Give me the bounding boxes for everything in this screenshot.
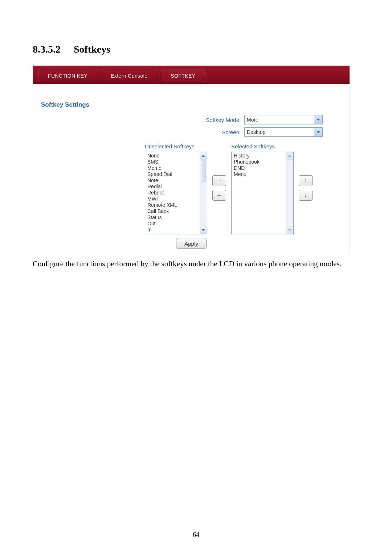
heading-number: 8.3.5.2 [33,44,61,55]
list-item[interactable]: DND [232,165,286,171]
list-item[interactable]: Status [146,214,200,221]
scrollbar [286,152,293,234]
tab-bar: FUNCTION KEY Extern Console SOFTKEY [33,66,350,82]
list-item[interactable]: Call Back [146,208,200,214]
list-item[interactable]: Out [146,221,200,227]
chevron-down-icon [314,128,322,136]
list-item[interactable]: Menu [232,171,286,177]
label-screen: Screen [41,129,244,135]
list-item[interactable]: History [232,153,286,159]
list-item[interactable]: Reboot [146,190,200,196]
tab-function-key[interactable]: FUNCTION KEY [38,69,97,82]
select-screen-value: Desktop [247,129,265,135]
listbox-selected[interactable]: History Phonebook DND Menu [231,152,294,234]
softkey-panel: FUNCTION KEY Extern Console SOFTKEY Soft… [33,65,350,254]
move-down-button[interactable]: ↓ [299,190,313,201]
list-item[interactable]: None [146,153,200,159]
chevron-down-icon [314,115,322,124]
move-up-button[interactable]: ↑ [299,175,313,186]
heading-title: Softkeys [74,44,110,55]
move-left-button[interactable]: ← [212,190,226,201]
list-item[interactable]: Memo [146,165,200,171]
list-item[interactable]: Speed Dial [146,171,200,177]
scroll-down-icon [286,226,293,234]
list-item[interactable]: Note [146,177,200,184]
select-softkey-mode[interactable]: More [244,115,323,124]
list-item[interactable]: SMS [146,159,200,165]
list-item[interactable]: MWI [146,196,200,202]
move-right-button[interactable]: → [212,175,226,186]
scroll-up-icon [286,152,293,160]
label-selected-softkeys: Selected Softkeys [231,143,294,149]
scrollbar[interactable] [200,152,207,234]
scroll-down-icon[interactable] [200,226,207,234]
section-heading: 8.3.5.2Softkeys [33,44,359,55]
select-softkey-mode-value: More [247,117,258,123]
tab-softkey[interactable]: SOFTKEY [161,69,205,82]
listbox-unselected[interactable]: None SMS Memo Speed Dial Note Redial Reb… [145,152,207,234]
scroll-track [286,160,293,226]
list-item[interactable]: Phonebook [232,159,286,165]
list-item[interactable]: Redial [146,184,200,190]
list-item[interactable]: Remote XML [146,202,200,208]
label-unselected-softkeys: Unselected Softkeys [145,143,207,149]
label-softkey-mode: Softkey Mode [41,117,244,123]
scroll-thumb[interactable] [201,160,206,182]
tab-extern-console[interactable]: Extern Console [101,69,157,82]
body-paragraph: Configure the functions performed by the… [33,258,349,270]
scroll-track[interactable] [200,160,207,226]
list-item[interactable]: In [146,227,200,233]
softkey-settings-title: Softkey Settings [41,101,342,108]
page-number: 64 [0,531,392,539]
scroll-up-icon[interactable] [200,152,207,160]
select-screen[interactable]: Desktop [244,127,323,137]
apply-button[interactable]: Apply [176,238,207,249]
